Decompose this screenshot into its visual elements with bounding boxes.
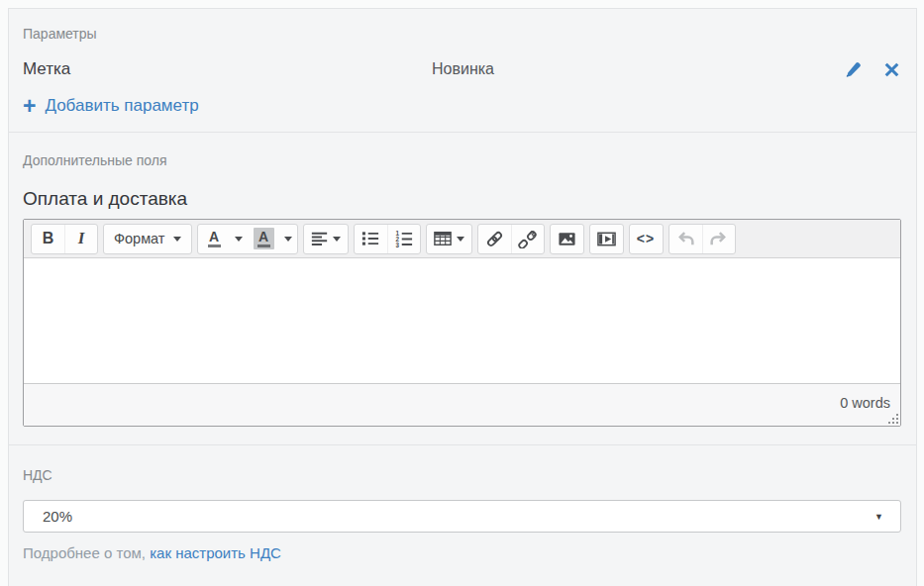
vat-help-text: Подробнее о том, как настроить НДС (23, 544, 901, 561)
align-group (303, 224, 349, 254)
format-group-basic: B I (31, 224, 98, 254)
edit-parameter-button[interactable] (843, 59, 863, 79)
media-icon (597, 230, 616, 248)
code-group: <> (629, 224, 664, 254)
editor-content[interactable] (24, 258, 900, 383)
parameters-section-title: Параметры (23, 26, 901, 42)
x-icon (883, 61, 900, 78)
color-group: A A (197, 224, 298, 254)
redo-icon (709, 230, 728, 248)
numbered-list-icon: 123 (395, 230, 413, 247)
image-button[interactable] (551, 225, 583, 253)
image-icon (558, 230, 576, 248)
undo-icon (676, 230, 695, 248)
additional-fields-section: Дополнительные поля Оплата и доставка B … (9, 133, 916, 445)
link-icon (485, 230, 504, 248)
unlink-icon (518, 230, 537, 248)
payment-delivery-field-label: Оплата и доставка (23, 188, 901, 210)
bold-button[interactable]: B (32, 225, 64, 253)
code-icon: <> (637, 231, 655, 246)
chevron-down-icon (284, 237, 292, 242)
resize-grip[interactable] (888, 414, 898, 424)
vat-select-value: 20% (43, 508, 874, 525)
background-color-icon: A (254, 228, 274, 249)
vat-select[interactable]: 20% ▼ (23, 500, 901, 533)
chevron-down-icon (235, 237, 243, 242)
chevron-down-icon (173, 237, 181, 242)
media-button[interactable] (590, 225, 623, 253)
table-dropdown[interactable] (427, 225, 471, 253)
bullet-list-button[interactable] (355, 225, 387, 253)
bold-label: B (43, 230, 54, 247)
parameters-section: Параметры Метка Новинка (9, 9, 916, 133)
word-count: 0 words (840, 395, 890, 411)
parameter-row: Метка Новинка (23, 57, 901, 81)
delete-parameter-button[interactable] (881, 59, 901, 79)
link-button[interactable] (478, 225, 511, 253)
add-parameter-label: Добавить параметр (45, 96, 198, 116)
plus-icon: + (23, 97, 36, 115)
format-dropdown-group: Формат (103, 224, 192, 254)
product-settings-panel: Параметры Метка Новинка (8, 8, 917, 586)
italic-label: I (78, 229, 85, 248)
svg-text:3: 3 (395, 242, 399, 247)
editor-toolbar: B I Формат (24, 220, 900, 258)
list-group: 123 (354, 224, 421, 254)
add-parameter-link[interactable]: + Добавить параметр (23, 96, 901, 116)
parameter-value: Новинка (432, 60, 843, 78)
page: Параметры Метка Новинка (0, 0, 924, 586)
editor-statusbar: 0 words (24, 383, 900, 426)
table-icon (434, 230, 452, 247)
chevron-down-icon (457, 237, 464, 242)
background-color-button[interactable]: A (248, 225, 280, 253)
parameter-actions (843, 59, 901, 79)
align-left-icon (311, 231, 328, 247)
text-color-icon: A (208, 230, 221, 247)
unlink-button[interactable] (511, 225, 544, 253)
additional-fields-title: Дополнительные поля (23, 152, 901, 168)
format-dropdown[interactable]: Формат (104, 225, 191, 253)
redo-button[interactable] (702, 225, 735, 253)
pencil-icon (844, 60, 863, 79)
vat-title: НДС (23, 467, 901, 483)
bullet-list-icon (361, 230, 379, 247)
code-button[interactable]: <> (630, 225, 663, 253)
table-group (426, 224, 472, 254)
history-group (668, 224, 736, 254)
vat-help-link[interactable]: как настроить НДС (150, 544, 281, 561)
italic-button[interactable]: I (64, 225, 97, 253)
align-dropdown[interactable] (304, 225, 348, 253)
image-group (550, 224, 584, 254)
numbered-list-button[interactable]: 123 (387, 225, 420, 253)
format-dropdown-label: Формат (114, 231, 165, 246)
text-color-caret-button[interactable] (231, 225, 248, 253)
vat-help-prefix: Подробнее о том, (23, 544, 146, 561)
chevron-down-icon (333, 237, 341, 242)
vat-section: НДС 20% ▼ Подробнее о том, как настроить… (9, 445, 916, 586)
undo-button[interactable] (669, 225, 702, 253)
link-group (477, 224, 545, 254)
media-group (589, 224, 624, 254)
rich-text-editor: B I Формат (23, 219, 901, 427)
parameter-name: Метка (23, 59, 432, 79)
text-color-button[interactable]: A (198, 225, 231, 253)
select-arrow-icon: ▼ (874, 512, 883, 522)
background-color-caret-button[interactable] (280, 225, 297, 253)
